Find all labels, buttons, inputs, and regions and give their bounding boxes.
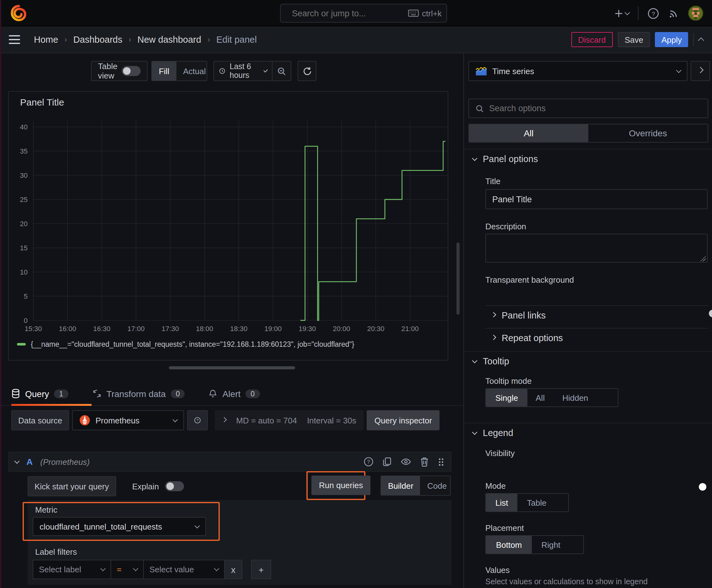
section-repeat-options[interactable]: Repeat options <box>492 333 563 343</box>
breadcrumb-home[interactable]: Home <box>34 35 58 45</box>
main-scrollbar[interactable] <box>456 243 459 315</box>
options-search[interactable] <box>468 99 708 118</box>
apply-button[interactable]: Apply <box>655 32 688 47</box>
breadcrumb-edit-panel: Edit panel <box>216 35 257 45</box>
fill-option[interactable]: Fill <box>152 62 176 80</box>
tab-query[interactable]: Query 1 <box>11 382 68 405</box>
query-ref-id: A <box>26 457 33 467</box>
section-legend[interactable]: Legend <box>473 428 513 438</box>
help-icon: ? <box>647 7 659 19</box>
chevron-down-icon <box>173 417 178 422</box>
legend-series-label: {__name__="cloudflared_tunnel_total_requ… <box>31 340 354 348</box>
hide-response-icon[interactable] <box>401 457 411 467</box>
section-panel-links[interactable]: Panel links <box>492 310 546 320</box>
legend-mode-label: Mode <box>486 481 506 491</box>
datasource-help-button[interactable]: ? <box>187 410 208 430</box>
time-range-group: Last 6 hours <box>214 61 291 81</box>
breadcrumb-new-dashboard[interactable]: New dashboard <box>137 35 201 45</box>
rss-icon <box>668 7 679 19</box>
svg-text:40: 40 <box>20 123 28 131</box>
add-filter-button[interactable]: + <box>251 560 271 579</box>
select-label-dropdown[interactable]: Select label <box>33 560 111 579</box>
help-button[interactable]: ? <box>647 7 659 19</box>
database-icon <box>11 389 20 398</box>
pane-resize-handle[interactable] <box>169 366 295 370</box>
legend-mode-table[interactable]: Table <box>517 494 556 511</box>
visualization-picker[interactable]: Time series <box>468 61 688 81</box>
menu-toggle-icon[interactable] <box>9 33 20 46</box>
placement-bottom[interactable]: Bottom <box>486 536 532 553</box>
chevron-right-icon[interactable] <box>222 417 227 422</box>
placement-right[interactable]: Right <box>532 536 570 553</box>
discard-button[interactable]: Discard <box>571 32 613 47</box>
grafana-logo-icon[interactable] <box>10 4 28 22</box>
description-textarea[interactable] <box>486 234 708 262</box>
drag-handle-icon[interactable] <box>438 457 445 466</box>
window-edge <box>0 0 1 588</box>
help-icon[interactable]: ? <box>364 457 373 467</box>
active-tab-indicator <box>11 404 92 406</box>
table-view-switch[interactable] <box>122 66 141 76</box>
kickstart-button[interactable]: Kick start your query <box>28 476 116 496</box>
save-button[interactable]: Save <box>618 32 650 47</box>
metric-select[interactable]: cloudflared_tunnel_total_requests <box>33 517 206 536</box>
global-search-input[interactable] <box>292 8 403 18</box>
collapse-query-icon[interactable] <box>15 458 20 464</box>
search-icon <box>475 104 484 113</box>
code-option[interactable]: Code <box>420 476 454 495</box>
transform-count-badge: 0 <box>171 389 185 398</box>
tooltip-all[interactable]: All <box>527 389 553 406</box>
legend-mode-list[interactable]: List <box>486 494 517 511</box>
chevron-down-icon <box>263 68 268 72</box>
select-value-dropdown[interactable]: Select value <box>144 560 225 579</box>
time-range-picker[interactable]: Last 6 hours <box>214 62 272 80</box>
trash-icon[interactable] <box>420 457 429 467</box>
plus-icon <box>614 8 624 18</box>
section-panel-options[interactable]: Panel options <box>473 154 538 164</box>
svg-text:10: 10 <box>20 268 28 276</box>
keyboard-icon <box>408 9 419 17</box>
datasource-picker[interactable]: Prometheus <box>72 410 184 430</box>
zoom-out-button[interactable] <box>273 62 291 80</box>
resize-grip-icon[interactable] <box>700 256 706 261</box>
run-queries-button[interactable]: Run queries <box>311 476 370 495</box>
tab-alert[interactable]: Alert 0 <box>209 382 260 405</box>
svg-text:19:30: 19:30 <box>299 325 316 333</box>
section-tooltip[interactable]: Tooltip <box>473 356 509 366</box>
operator-dropdown[interactable]: = <box>111 560 144 579</box>
svg-text:25: 25 <box>20 196 28 204</box>
tab-overrides[interactable]: Overrides <box>588 124 708 142</box>
panel-preview[interactable]: Panel Title 15:3016:0016:3017:0017:3018:… <box>8 91 448 361</box>
collapse-header-button[interactable] <box>699 37 703 43</box>
svg-text:16:00: 16:00 <box>59 325 76 333</box>
breadcrumb-separator: › <box>64 35 67 44</box>
label-filter-row: Select label = Select value x <box>33 560 242 579</box>
builder-option[interactable]: Builder <box>381 476 420 495</box>
chevron-down-icon <box>214 566 219 571</box>
news-button[interactable] <box>668 7 679 19</box>
avatar[interactable] <box>688 6 703 21</box>
svg-text:20:00: 20:00 <box>333 325 350 333</box>
actual-option[interactable]: Actual <box>176 62 213 80</box>
query-inspector-button[interactable]: Query inspector <box>367 410 440 430</box>
remove-filter-button[interactable]: x <box>225 560 242 579</box>
refresh-button[interactable] <box>298 61 317 81</box>
chart-legend[interactable]: {__name__="cloudflared_tunnel_total_requ… <box>17 340 354 348</box>
tooltip-hidden[interactable]: Hidden <box>553 389 598 406</box>
legend-values-hint: Select values or calculations to show in… <box>486 577 648 586</box>
tab-all-options[interactable]: All <box>469 124 588 142</box>
explain-label: Explain <box>132 482 159 491</box>
explain-switch[interactable] <box>165 481 184 491</box>
options-search-input[interactable] <box>489 104 701 113</box>
tooltip-single[interactable]: Single <box>486 389 527 406</box>
new-button[interactable] <box>614 8 629 18</box>
breadcrumb-dashboards[interactable]: Dashboards <box>73 35 122 45</box>
collapse-options-button[interactable] <box>691 61 710 81</box>
query-row-header[interactable]: A (Prometheus) ? <box>8 452 451 472</box>
panel-title-input[interactable] <box>486 189 708 209</box>
duplicate-icon[interactable] <box>382 457 392 467</box>
shortcut-hint: ctrl+k <box>408 8 442 18</box>
tab-transform[interactable]: Transform data 0 <box>92 382 185 405</box>
global-search[interactable]: ctrl+k <box>280 4 447 23</box>
editor-tabs: Query 1 Transform data 0 Alert 0 <box>0 382 463 406</box>
